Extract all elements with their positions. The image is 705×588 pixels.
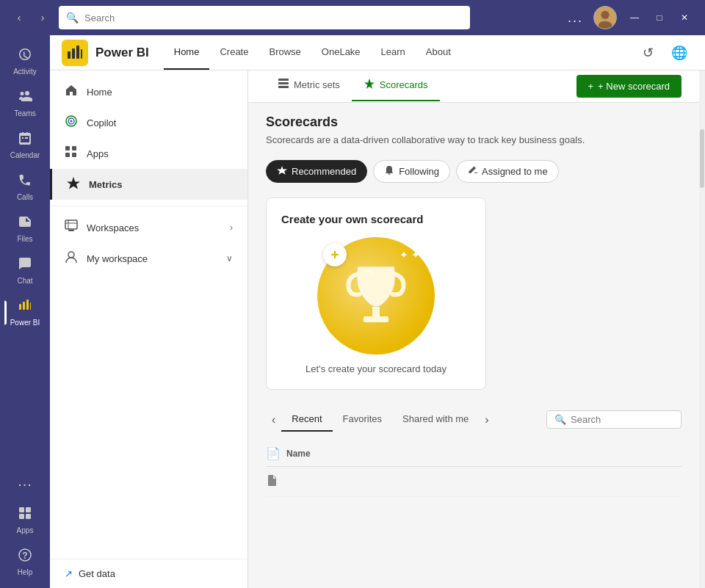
more-button[interactable]: ... (563, 10, 588, 26)
sidebar-item-help[interactable]: ? Help (4, 542, 46, 582)
refresh-button[interactable]: ↺ (637, 42, 659, 64)
table-row[interactable] (266, 467, 682, 497)
avatar[interactable] (593, 6, 617, 29)
nav-browse[interactable]: Browse (258, 35, 311, 70)
workspaces-expand-icon: › (230, 222, 233, 233)
svg-rect-23 (65, 153, 70, 157)
pbi-nav-copilot-label: Copilot (87, 117, 116, 128)
tab-scorecards[interactable]: Scorecards (352, 72, 440, 101)
recent-next-button[interactable]: › (479, 410, 494, 429)
content-area: Home Copilot (50, 70, 705, 588)
sidebar-item-powerbi[interactable]: Power BI (4, 292, 46, 333)
svg-rect-28 (68, 230, 74, 231)
pbi-brand: Power BI (95, 46, 149, 60)
row-file-icon (266, 474, 278, 489)
sidebar-item-files[interactable]: Files (4, 208, 46, 249)
nav-home[interactable]: Home (164, 35, 210, 70)
following-label: Following (399, 166, 439, 177)
add-badge: + (323, 243, 347, 266)
sidebar-item-calls[interactable]: Calls (4, 167, 46, 207)
sparkles: ✦ ✦ (400, 249, 420, 261)
file-col-icon: 📄 (266, 446, 281, 460)
title-bar: ‹ › 🔍 ... — □ ✕ (0, 0, 705, 35)
recent-nav: ‹ Recent Favorites Shared with me › 🔍 (266, 407, 682, 432)
pbi-nav-my-workspace[interactable]: My workspace ∨ (50, 243, 247, 274)
minimize-button[interactable]: — (623, 7, 646, 28)
forward-button[interactable]: › (32, 7, 53, 28)
svg-rect-24 (72, 153, 76, 157)
recent-search[interactable]: 🔍 (546, 410, 682, 429)
sidebar-item-chat[interactable]: Chat (4, 250, 46, 291)
recent-search-icon: 🔍 (554, 414, 566, 425)
nav-create[interactable]: Create (209, 35, 258, 70)
pbi-nav-home-label: Home (87, 87, 112, 98)
page-title: Scorecards (266, 115, 682, 130)
svg-rect-10 (26, 514, 31, 519)
pbi-nav-home[interactable]: Home (50, 76, 247, 107)
new-scorecard-button[interactable]: + + New scorecard (576, 75, 682, 98)
tab-scorecards-label: Scorecards (380, 79, 428, 90)
sidebar-item-calendar[interactable]: Calendar (4, 125, 46, 165)
svg-point-20 (70, 120, 73, 123)
pbi-nav-workspaces[interactable]: Workspaces › (50, 212, 247, 243)
get-data-footer[interactable]: ↗ Get data (50, 559, 247, 588)
back-button[interactable]: ‹ (9, 7, 29, 28)
search-input[interactable] (84, 12, 463, 23)
svg-rect-6 (30, 302, 31, 310)
scrollbar-track[interactable] (699, 70, 705, 588)
sidebar-item-more[interactable]: ··· (4, 470, 46, 498)
help-icon: ? (18, 548, 32, 566)
search-bar[interactable]: 🔍 (59, 6, 470, 29)
get-data-label: Get data (79, 568, 115, 579)
tab-recent[interactable]: Recent (281, 407, 332, 432)
tab-metric-sets[interactable]: Metric sets (266, 72, 352, 101)
pbi-nav-apps[interactable]: Apps (50, 138, 247, 169)
apps-label: Apps (17, 526, 34, 534)
files-icon (18, 214, 32, 233)
maximize-button[interactable]: □ (648, 7, 671, 28)
more-dots-icon: ··· (18, 476, 32, 493)
pbi-main-nav: Home Create Browse OneLake Learn About (164, 35, 461, 70)
close-button[interactable]: ✕ (673, 7, 696, 28)
svg-text:?: ? (22, 551, 27, 561)
svg-rect-25 (65, 220, 77, 229)
recent-section: ‹ Recent Favorites Shared with me › 🔍 📄 … (266, 407, 682, 497)
filter-assigned[interactable]: Assigned to me (456, 160, 559, 183)
globe-button[interactable]: 🌐 (665, 42, 693, 64)
home-nav-icon (65, 84, 78, 100)
chat-icon (18, 256, 32, 275)
recent-search-input[interactable] (571, 414, 673, 425)
window-controls: — □ ✕ (623, 7, 696, 28)
sidebar-item-apps[interactable]: Apps (4, 500, 46, 540)
scrollbar-thumb[interactable] (700, 129, 704, 188)
filter-following[interactable]: Following (373, 160, 450, 183)
apps-nav-icon (65, 145, 78, 161)
powerbi-label: Power BI (10, 319, 40, 327)
copilot-icon (65, 115, 78, 131)
metric-sets-tab-icon (278, 78, 289, 92)
svg-rect-7 (19, 507, 24, 512)
filter-recommended[interactable]: Recommended (266, 160, 367, 183)
create-scorecard-card[interactable]: Create your own scorecard + ✦ ✦ (266, 197, 486, 390)
nav-onelake[interactable]: OneLake (311, 35, 371, 70)
sidebar-item-activity[interactable]: Activity (4, 41, 46, 81)
nav-about[interactable]: About (416, 35, 461, 70)
pbi-nav-copilot[interactable]: Copilot (50, 107, 247, 138)
nav-learn[interactable]: Learn (371, 35, 416, 70)
tab-favorites[interactable]: Favorites (333, 407, 392, 432)
svg-rect-9 (19, 514, 24, 519)
teams-label: Teams (14, 109, 35, 117)
svg-rect-34 (364, 316, 388, 322)
pbi-logo (62, 40, 88, 66)
tab-shared[interactable]: Shared with me (392, 407, 479, 432)
files-label: Files (17, 235, 32, 243)
recent-prev-button[interactable]: ‹ (266, 410, 281, 429)
calendar-icon (18, 131, 32, 149)
svg-rect-8 (26, 507, 31, 512)
svg-rect-4 (23, 302, 25, 310)
workspaces-label: Workspaces (87, 222, 139, 233)
pbi-sidebar-nav: Home Copilot (50, 70, 247, 280)
sidebar-item-teams[interactable]: Teams (4, 83, 46, 123)
pbi-nav-metrics[interactable]: Metrics (50, 169, 247, 200)
activity-icon (18, 47, 32, 65)
